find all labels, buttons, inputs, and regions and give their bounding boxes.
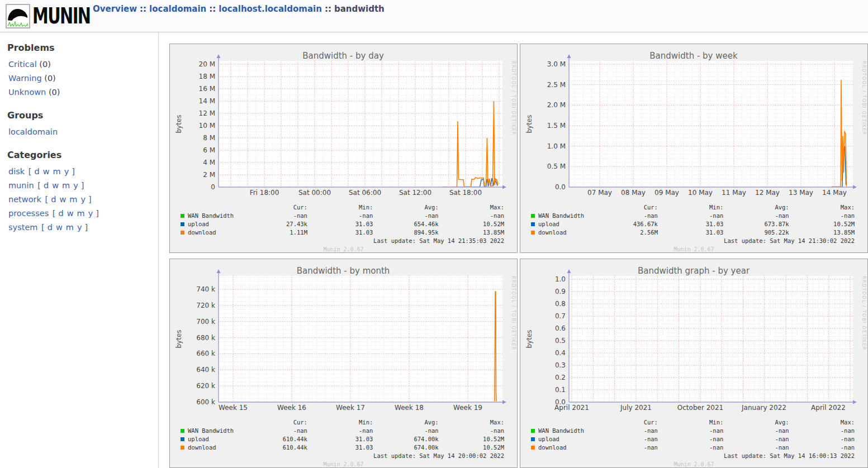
disk-period-d[interactable]: d bbox=[34, 167, 39, 176]
value-cur: -nan bbox=[592, 427, 658, 435]
processes-link[interactable]: processes bbox=[8, 209, 49, 218]
munin-period-m[interactable]: m bbox=[62, 181, 70, 190]
svg-text:1.0 M: 1.0 M bbox=[547, 142, 566, 150]
value-min: 31.03 bbox=[307, 435, 373, 443]
svg-text:1.0: 1.0 bbox=[555, 275, 566, 283]
series-label: download bbox=[538, 443, 567, 452]
munin-logo[interactable]: MUNIN bbox=[6, 3, 107, 29]
header: MUNIN Overview::localdomain::localhost.l… bbox=[0, 0, 868, 32]
svg-text:740 k: 740 k bbox=[196, 285, 215, 293]
value-min: 31.03 bbox=[307, 443, 373, 452]
network-period-w[interactable]: w bbox=[59, 195, 66, 204]
munin-period-w[interactable]: w bbox=[52, 181, 59, 190]
svg-text:12 M: 12 M bbox=[199, 109, 215, 117]
svg-text:09 May: 09 May bbox=[654, 189, 679, 197]
col-min: Min: bbox=[307, 418, 373, 427]
breadcrumb-separator: :: bbox=[140, 4, 146, 14]
bandwidth-by-week-graph[interactable]: 3.0 M2.5 M2.0 M1.5 M1.0 M0.5 M0.007 May0… bbox=[520, 44, 867, 198]
network-link[interactable]: network bbox=[8, 195, 41, 204]
svg-text:RRDTOOL / TOBI OETIKER: RRDTOOL / TOBI OETIKER bbox=[511, 276, 516, 351]
disk-period-m[interactable]: m bbox=[53, 167, 61, 176]
series-label: upload bbox=[188, 435, 209, 443]
categories-heading: Categories bbox=[7, 150, 158, 160]
series-label: download bbox=[538, 228, 567, 237]
svg-text:Sat 00:00: Sat 00:00 bbox=[298, 189, 331, 197]
wan-swatch-icon bbox=[181, 214, 184, 218]
col-min: Min: bbox=[658, 418, 723, 427]
bandwidth-by-year-graph[interactable]: 1.00.90.80.70.60.50.40.30.20.10.0April 2… bbox=[520, 259, 867, 413]
col-cur: Cur: bbox=[592, 418, 658, 427]
bracket-open: [ bbox=[29, 167, 32, 176]
svg-text:1.5 M: 1.5 M bbox=[547, 122, 566, 130]
unknown-link[interactable]: Unknown bbox=[8, 88, 46, 97]
munin-version: Munin 2.0.67 bbox=[170, 246, 517, 252]
graph-legend-month: Cur: Min: Avg: Max: WAN Bandwidth -nan -… bbox=[170, 418, 517, 467]
svg-text:Bandwidth - by month: Bandwidth - by month bbox=[297, 266, 390, 276]
legend-row-upload: upload 27.43k 31.03 654.46k 10.52M bbox=[170, 220, 517, 228]
breadcrumb-link-localdomain[interactable]: localdomain bbox=[149, 4, 206, 14]
breadcrumb-link-host[interactable]: localhost.localdomain bbox=[219, 4, 322, 14]
series-label: upload bbox=[188, 220, 209, 228]
legend-row-wan: WAN Bandwidth -nan -nan -nan -nan bbox=[520, 212, 867, 220]
svg-text:Week 15: Week 15 bbox=[219, 404, 248, 412]
disk-period-y[interactable]: y bbox=[64, 167, 69, 176]
munin-period-d[interactable]: d bbox=[44, 181, 49, 190]
graph-legend-week: Cur: Min: Avg: Max: WAN Bandwidth -nan -… bbox=[520, 203, 867, 252]
value-min: 31.03 bbox=[658, 228, 723, 237]
series-label: upload bbox=[538, 220, 559, 228]
system-period-d[interactable]: d bbox=[48, 223, 53, 232]
system-period-w[interactable]: w bbox=[56, 223, 63, 232]
network-period-y[interactable]: y bbox=[80, 195, 86, 204]
svg-text:Sat 18:00: Sat 18:00 bbox=[449, 189, 482, 197]
sidebar-category-munin: munin [dwmy] bbox=[7, 179, 158, 193]
munin-link[interactable]: munin bbox=[8, 181, 34, 190]
bandwidth-by-day-graph[interactable]: 20 M18 M16 M14 M12 M10 M8 M6 M4 M2 M0Fri… bbox=[170, 44, 517, 198]
value-avg: 905.22k bbox=[723, 228, 789, 237]
bandwidth-by-month-graph[interactable]: 740 k720 k700 k680 k660 k640 k620 k600 k… bbox=[170, 259, 517, 413]
value-avg: 674.00k bbox=[373, 435, 438, 443]
processes-period-y[interactable]: y bbox=[88, 209, 93, 218]
svg-text:Sat 06:00: Sat 06:00 bbox=[349, 189, 381, 197]
processes-period-w[interactable]: w bbox=[67, 209, 74, 218]
bracket-close: ] bbox=[81, 181, 84, 190]
network-period-d[interactable]: d bbox=[51, 195, 56, 204]
system-link[interactable]: system bbox=[8, 223, 37, 232]
legend-row-wan: WAN Bandwidth -nan -nan -nan -nan bbox=[170, 427, 517, 435]
munin-period-y[interactable]: y bbox=[73, 181, 78, 190]
network-period-m[interactable]: m bbox=[69, 195, 77, 204]
upload-swatch-icon bbox=[181, 222, 184, 226]
disk-period-w[interactable]: w bbox=[43, 167, 50, 176]
processes-period-m[interactable]: m bbox=[77, 209, 85, 218]
legend-row-upload: upload 436.67k 31.03 673.87k 10.52M bbox=[520, 220, 867, 228]
svg-text:0.0: 0.0 bbox=[555, 183, 566, 191]
warning-link[interactable]: Warning bbox=[8, 74, 42, 83]
svg-text:January 2022: January 2022 bbox=[741, 404, 786, 412]
sidebar: Problems Critical (0) Warning (0) Unknow… bbox=[0, 32, 159, 468]
breadcrumb-link-overview[interactable]: Overview bbox=[93, 4, 137, 14]
critical-link[interactable]: Critical bbox=[8, 60, 37, 69]
graph-legend-day: Cur: Min: Avg: Max: WAN Bandwidth -nan -… bbox=[170, 203, 517, 252]
graph-panel-year: 1.00.90.80.70.60.50.40.30.20.10.0April 2… bbox=[520, 259, 868, 468]
breadcrumb-separator: :: bbox=[325, 4, 331, 14]
munin-version: Munin 2.0.67 bbox=[170, 461, 517, 467]
svg-text:0.4: 0.4 bbox=[555, 349, 566, 357]
legend-row-download: download 2.56M 31.03 905.22k 13.85M bbox=[520, 228, 867, 237]
value-cur: -nan bbox=[592, 443, 658, 452]
localdomain-link[interactable]: localdomain bbox=[8, 127, 58, 136]
breadcrumb-separator: :: bbox=[209, 4, 216, 14]
value-min: -nan bbox=[658, 435, 723, 443]
system-period-y[interactable]: y bbox=[77, 223, 82, 232]
legend-row-download: download 1.11M 31.03 894.95k 13.85M bbox=[170, 228, 517, 237]
legend-row-download: download -nan -nan -nan -nan bbox=[520, 443, 867, 452]
svg-text:10 M: 10 M bbox=[199, 122, 215, 130]
disk-link[interactable]: disk bbox=[8, 167, 25, 176]
system-period-m[interactable]: m bbox=[66, 223, 74, 232]
svg-text:8 M: 8 M bbox=[203, 134, 215, 142]
value-min: -nan bbox=[307, 212, 373, 220]
sidebar-category-system: system [dwmy] bbox=[7, 221, 158, 235]
processes-period-d[interactable]: d bbox=[58, 209, 63, 218]
last-update: Last update: Sat May 14 16:00:13 2022 bbox=[520, 452, 867, 460]
legend-row-wan: WAN Bandwidth -nan -nan -nan -nan bbox=[170, 212, 517, 220]
svg-text:6 M: 6 M bbox=[203, 146, 215, 154]
svg-text:Week 17: Week 17 bbox=[336, 404, 365, 412]
